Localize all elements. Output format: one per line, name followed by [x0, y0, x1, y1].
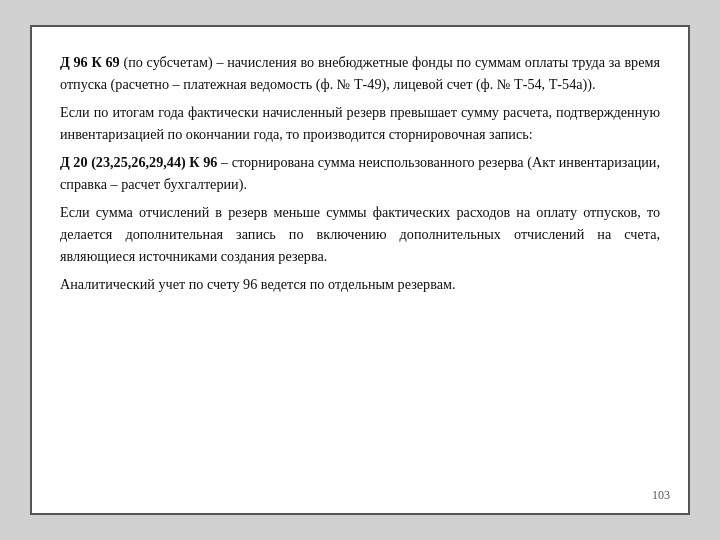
document-page: Д 96 К 69 (по субсчетам) – начисления во… — [30, 25, 690, 515]
paragraph-2-text: Если по итогам года фактически начисленн… — [60, 104, 660, 142]
bold-prefix-3: Д 20 (23,25,26,29,44) К 96 — [60, 154, 217, 170]
paragraph-4-text: Если сумма отчислений в резерв меньше су… — [60, 204, 660, 264]
paragraph-4: Если сумма отчислений в резерв меньше су… — [60, 201, 660, 267]
paragraph-2: Если по итогам года фактически начисленн… — [60, 101, 660, 145]
paragraph-3: Д 20 (23,25,26,29,44) К 96 – сторнирован… — [60, 151, 660, 195]
paragraph-5-text: Аналитический учет по счету 96 ведется п… — [60, 276, 456, 292]
paragraph-1-text: (по субсчетам) – начисления во внебюджет… — [60, 54, 660, 92]
paragraph-1: Д 96 К 69 (по субсчетам) – начисления во… — [60, 51, 660, 95]
page-number: 103 — [652, 488, 670, 503]
bold-prefix-1: Д 96 К 69 — [60, 54, 120, 70]
paragraph-5: Аналитический учет по счету 96 ведется п… — [60, 273, 660, 295]
content-area: Д 96 К 69 (по субсчетам) – начисления во… — [60, 51, 660, 295]
